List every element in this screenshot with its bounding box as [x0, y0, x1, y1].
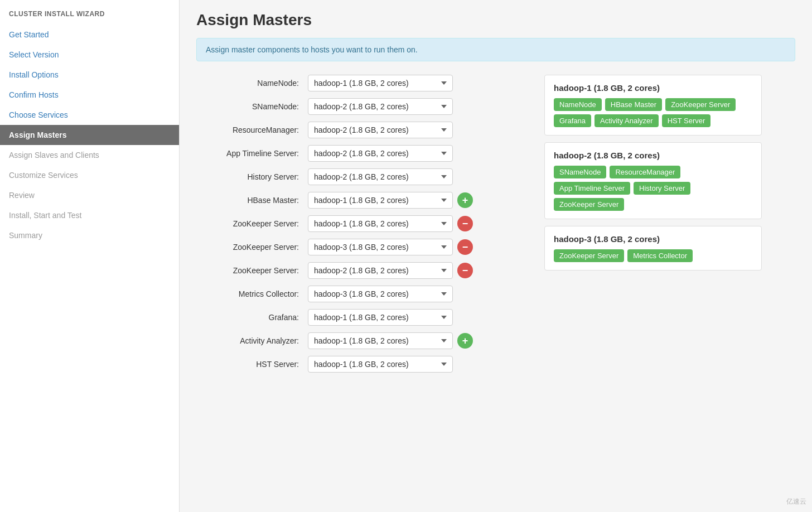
sidebar-item-customize-services: Customize Services: [0, 165, 179, 185]
form-select-wrap-zookeeper-3: hadoop-1 (1.8 GB, 2 cores)hadoop-2 (1.8 …: [308, 262, 473, 279]
form-select-wrap-app-timeline: hadoop-1 (1.8 GB, 2 cores)hadoop-2 (1.8 …: [308, 145, 453, 162]
form-label-grafana: Grafana:: [196, 313, 308, 322]
form-row-grafana: Grafana:hadoop-1 (1.8 GB, 2 cores)hadoop…: [196, 309, 531, 326]
sidebar-item-get-started[interactable]: Get Started: [0, 25, 179, 45]
add-button-activity-analyzer[interactable]: +: [457, 333, 473, 349]
assignments-right: hadoop-1 (1.8 GB, 2 cores)NameNodeHBase …: [544, 75, 762, 379]
form-label-zookeeper-1: ZooKeeper Server:: [196, 219, 308, 228]
form-row-hst-server: HST Server:hadoop-1 (1.8 GB, 2 cores)had…: [196, 356, 531, 373]
form-select-wrap-grafana: hadoop-1 (1.8 GB, 2 cores)hadoop-2 (1.8 …: [308, 309, 453, 326]
form-select-wrap-metrics-collector: hadoop-1 (1.8 GB, 2 cores)hadoop-2 (1.8 …: [308, 286, 453, 302]
tag-zookeeper-server: ZooKeeper Server: [554, 249, 624, 262]
main-content: Assign Masters Assign master components …: [180, 0, 812, 512]
form-select-wrap-snamenode: hadoop-1 (1.8 GB, 2 cores)hadoop-2 (1.8 …: [308, 98, 453, 115]
form-label-zookeeper-3: ZooKeeper Server:: [196, 266, 308, 275]
assignments-left: NameNode:hadoop-1 (1.8 GB, 2 cores)hadoo…: [196, 75, 531, 379]
sidebar-item-install-start-test: Install, Start and Test: [0, 205, 179, 225]
form-select-zookeeper-1[interactable]: hadoop-1 (1.8 GB, 2 cores)hadoop-2 (1.8 …: [308, 215, 453, 232]
host-card-hadoop-3: hadoop-3 (1.8 GB, 2 cores)ZooKeeper Serv…: [544, 226, 762, 271]
remove-button-zookeeper-3[interactable]: −: [457, 263, 473, 278]
page-title: Assign Masters: [196, 11, 795, 29]
form-row-history-server: History Server:hadoop-1 (1.8 GB, 2 cores…: [196, 168, 531, 185]
sidebar-item-assign-slaves: Assign Slaves and Clients: [0, 145, 179, 165]
remove-button-zookeeper-1[interactable]: −: [457, 216, 473, 231]
form-select-zookeeper-2[interactable]: hadoop-1 (1.8 GB, 2 cores)hadoop-2 (1.8 …: [308, 239, 453, 255]
form-label-activity-analyzer: Activity Analyzer:: [196, 336, 308, 345]
host-card-hadoop-2: hadoop-2 (1.8 GB, 2 cores)SNameNodeResou…: [544, 142, 762, 219]
form-select-app-timeline[interactable]: hadoop-1 (1.8 GB, 2 cores)hadoop-2 (1.8 …: [308, 145, 453, 162]
form-label-history-server: History Server:: [196, 172, 308, 181]
sidebar-item-review: Review: [0, 185, 179, 205]
form-row-snamenode: SNameNode:hadoop-1 (1.8 GB, 2 cores)hado…: [196, 98, 531, 115]
sidebar-title: CLUSTER INSTALL WIZARD: [0, 6, 179, 25]
info-banner: Assign master components to hosts you wa…: [196, 38, 795, 61]
form-select-hst-server[interactable]: hadoop-1 (1.8 GB, 2 cores)hadoop-2 (1.8 …: [308, 356, 453, 373]
tag-zookeeper-server: ZooKeeper Server: [554, 198, 624, 211]
form-select-metrics-collector[interactable]: hadoop-1 (1.8 GB, 2 cores)hadoop-2 (1.8 …: [308, 286, 453, 302]
tag-resourcemanager: ResourceManager: [610, 166, 680, 178]
form-row-metrics-collector: Metrics Collector:hadoop-1 (1.8 GB, 2 co…: [196, 286, 531, 302]
form-row-activity-analyzer: Activity Analyzer:hadoop-1 (1.8 GB, 2 co…: [196, 332, 531, 349]
form-select-wrap-history-server: hadoop-1 (1.8 GB, 2 cores)hadoop-2 (1.8 …: [308, 168, 453, 185]
watermark: 亿速云: [786, 497, 806, 506]
sidebar-item-install-options[interactable]: Install Options: [0, 65, 179, 85]
sidebar-item-select-version[interactable]: Select Version: [0, 45, 179, 65]
form-row-app-timeline: App Timeline Server:hadoop-1 (1.8 GB, 2 …: [196, 145, 531, 162]
form-row-zookeeper-3: ZooKeeper Server:hadoop-1 (1.8 GB, 2 cor…: [196, 262, 531, 279]
remove-button-zookeeper-2[interactable]: −: [457, 239, 473, 255]
form-select-resourcemanager[interactable]: hadoop-1 (1.8 GB, 2 cores)hadoop-2 (1.8 …: [308, 122, 453, 138]
host-card-hadoop-1: hadoop-1 (1.8 GB, 2 cores)NameNodeHBase …: [544, 75, 762, 136]
form-select-history-server[interactable]: hadoop-1 (1.8 GB, 2 cores)hadoop-2 (1.8 …: [308, 168, 453, 185]
host-card-title-hadoop-3: hadoop-3 (1.8 GB, 2 cores): [554, 234, 752, 244]
form-label-metrics-collector: Metrics Collector:: [196, 289, 308, 298]
form-select-wrap-zookeeper-2: hadoop-1 (1.8 GB, 2 cores)hadoop-2 (1.8 …: [308, 239, 473, 255]
tag-activity-analyzer: Activity Analyzer: [594, 114, 659, 127]
host-card-title-hadoop-2: hadoop-2 (1.8 GB, 2 cores): [554, 151, 752, 160]
tag-hst-server: HST Server: [662, 114, 711, 127]
form-select-grafana[interactable]: hadoop-1 (1.8 GB, 2 cores)hadoop-2 (1.8 …: [308, 309, 453, 326]
form-select-wrap-zookeeper-1: hadoop-1 (1.8 GB, 2 cores)hadoop-2 (1.8 …: [308, 215, 473, 232]
tag-namenode: NameNode: [554, 98, 602, 111]
form-label-hbase-master: HBase Master:: [196, 196, 308, 205]
tag-app-timeline-server: App Timeline Server: [554, 182, 630, 195]
tag-list-hadoop-3: ZooKeeper ServerMetrics Collector: [554, 249, 752, 262]
form-row-hbase-master: HBase Master:hadoop-1 (1.8 GB, 2 cores)h…: [196, 192, 531, 209]
form-select-wrap-activity-analyzer: hadoop-1 (1.8 GB, 2 cores)hadoop-2 (1.8 …: [308, 332, 473, 349]
form-row-zookeeper-1: ZooKeeper Server:hadoop-1 (1.8 GB, 2 cor…: [196, 215, 531, 232]
form-label-hst-server: HST Server:: [196, 360, 308, 369]
form-select-wrap-resourcemanager: hadoop-1 (1.8 GB, 2 cores)hadoop-2 (1.8 …: [308, 122, 453, 138]
form-label-zookeeper-2: ZooKeeper Server:: [196, 243, 308, 252]
form-row-namenode: NameNode:hadoop-1 (1.8 GB, 2 cores)hadoo…: [196, 75, 531, 91]
form-label-app-timeline: App Timeline Server:: [196, 149, 308, 158]
form-label-snamenode: SNameNode:: [196, 102, 308, 111]
sidebar-item-choose-services[interactable]: Choose Services: [0, 105, 179, 125]
tag-list-hadoop-2: SNameNodeResourceManagerApp Timeline Ser…: [554, 166, 752, 211]
tag-metrics-collector: Metrics Collector: [627, 249, 693, 262]
form-row-resourcemanager: ResourceManager:hadoop-1 (1.8 GB, 2 core…: [196, 122, 531, 138]
form-select-wrap-namenode: hadoop-1 (1.8 GB, 2 cores)hadoop-2 (1.8 …: [308, 75, 453, 91]
form-select-wrap-hst-server: hadoop-1 (1.8 GB, 2 cores)hadoop-2 (1.8 …: [308, 356, 453, 373]
form-select-hbase-master[interactable]: hadoop-1 (1.8 GB, 2 cores)hadoop-2 (1.8 …: [308, 192, 453, 209]
tag-zookeeper-server: ZooKeeper Server: [665, 98, 736, 111]
host-card-title-hadoop-1: hadoop-1 (1.8 GB, 2 cores): [554, 83, 752, 93]
form-label-resourcemanager: ResourceManager:: [196, 125, 308, 134]
sidebar-item-summary: Summary: [0, 225, 179, 245]
assignments-container: NameNode:hadoop-1 (1.8 GB, 2 cores)hadoo…: [196, 75, 795, 379]
form-row-zookeeper-2: ZooKeeper Server:hadoop-1 (1.8 GB, 2 cor…: [196, 239, 531, 255]
form-select-wrap-hbase-master: hadoop-1 (1.8 GB, 2 cores)hadoop-2 (1.8 …: [308, 192, 473, 209]
sidebar: CLUSTER INSTALL WIZARD Get StartedSelect…: [0, 0, 180, 512]
form-select-activity-analyzer[interactable]: hadoop-1 (1.8 GB, 2 cores)hadoop-2 (1.8 …: [308, 332, 453, 349]
tag-snamenode: SNameNode: [554, 166, 606, 178]
form-select-snamenode[interactable]: hadoop-1 (1.8 GB, 2 cores)hadoop-2 (1.8 …: [308, 98, 453, 115]
form-label-namenode: NameNode:: [196, 79, 308, 88]
form-select-zookeeper-3[interactable]: hadoop-1 (1.8 GB, 2 cores)hadoop-2 (1.8 …: [308, 262, 453, 279]
sidebar-item-assign-masters[interactable]: Assign Masters: [0, 125, 179, 145]
form-select-namenode[interactable]: hadoop-1 (1.8 GB, 2 cores)hadoop-2 (1.8 …: [308, 75, 453, 91]
tag-history-server: History Server: [634, 182, 690, 195]
tag-list-hadoop-1: NameNodeHBase MasterZooKeeper ServerGraf…: [554, 98, 752, 127]
add-button-hbase-master[interactable]: +: [457, 192, 473, 208]
sidebar-item-confirm-hosts[interactable]: Confirm Hosts: [0, 85, 179, 105]
tag-hbase-master: HBase Master: [605, 98, 662, 111]
tag-grafana: Grafana: [554, 114, 591, 127]
